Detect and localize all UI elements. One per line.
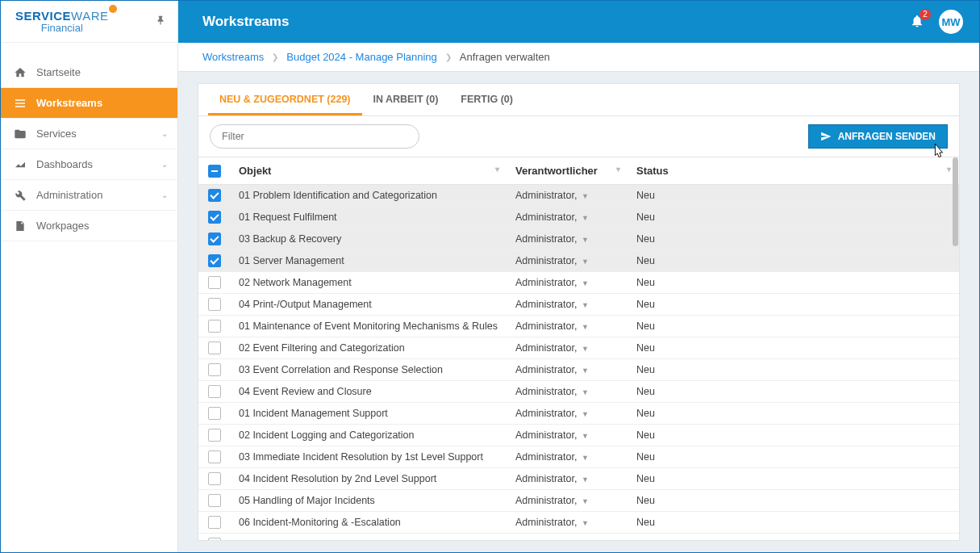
cell-verantwortlicher[interactable]: Administrator, ▼ (507, 337, 628, 358)
cell-verantwortlicher[interactable]: Administrator, ▼ (507, 271, 628, 293)
breadcrumb-link[interactable]: Workstreams (202, 51, 264, 63)
cell-objekt: 06 Incident-Monitoring & -Escalation (231, 511, 507, 533)
table-row[interactable]: 04 Incident Resolution by 2nd Level Supp… (198, 467, 959, 489)
row-checkbox[interactable] (208, 494, 221, 507)
list-icon (14, 97, 33, 110)
caret-down-icon: ▼ (582, 519, 589, 527)
table-row[interactable]: 03 Backup & RecoveryAdministrator, ▼Neu (198, 228, 959, 249)
cell-objekt: 04 Incident Resolution by 2nd Level Supp… (231, 467, 507, 489)
tab[interactable]: IN ARBEIT (0) (362, 84, 450, 115)
cell-verantwortlicher[interactable]: Administrator, ▼ (507, 293, 628, 315)
cell-status: Neu (628, 337, 959, 358)
avatar[interactable]: MW (939, 10, 963, 34)
cell-verantwortlicher[interactable]: Administrator, ▼ (507, 533, 628, 540)
cell-status: Neu (628, 184, 959, 206)
cell-verantwortlicher[interactable]: Administrator, ▼ (507, 467, 628, 489)
cell-verantwortlicher[interactable]: Administrator, ▼ (507, 358, 628, 380)
sidebar-item-label: Services (36, 128, 77, 140)
filter-icon[interactable]: ▾ (947, 165, 951, 174)
filter-input[interactable] (210, 124, 419, 149)
row-checkbox[interactable] (208, 276, 221, 289)
row-checkbox[interactable] (208, 254, 221, 267)
cell-verantwortlicher[interactable]: Administrator, ▼ (507, 315, 628, 337)
header-checkbox[interactable] (208, 165, 221, 178)
tab[interactable]: FERTIG (0) (449, 84, 524, 115)
requests-table: Objekt ▾ Verantwortlicher ▾ Status ▾ (198, 157, 959, 540)
sidebar-item-startseite[interactable]: Startseite (1, 57, 177, 88)
row-checkbox[interactable] (208, 472, 221, 485)
logo-brand-light: WARE (71, 9, 108, 23)
row-checkbox[interactable] (208, 211, 221, 224)
sidebar-item-administration[interactable]: Administration⌄ (1, 180, 177, 211)
row-checkbox[interactable] (208, 189, 221, 202)
tab[interactable]: NEU & ZUGEORDNET (229) (208, 84, 362, 115)
cell-verantwortlicher[interactable]: Administrator, ▼ (507, 228, 628, 249)
cell-verantwortlicher[interactable]: Administrator, ▼ (507, 206, 628, 228)
row-checkbox[interactable] (208, 407, 221, 420)
column-header-objekt[interactable]: Objekt ▾ (231, 157, 507, 184)
breadcrumb-link[interactable]: Budget 2024 - Manage Planning (286, 51, 436, 63)
cell-objekt: 02 Incident Logging and Categorization (231, 424, 507, 446)
table-row[interactable]: 02 Incident Logging and CategorizationAd… (198, 424, 959, 446)
cell-status: Neu (628, 293, 959, 315)
column-header-status[interactable]: Status ▾ (628, 157, 959, 184)
cell-verantwortlicher[interactable]: Administrator, ▼ (507, 184, 628, 206)
table-row[interactable]: 07 Incident Closure & -EvaluationAdminis… (198, 533, 959, 540)
cell-status: Neu (628, 446, 959, 467)
column-label: Status (636, 165, 669, 177)
cell-objekt: 01 Maintenance of Event Monitoring Mecha… (231, 315, 507, 337)
cell-verantwortlicher[interactable]: Administrator, ▼ (507, 489, 628, 511)
cell-objekt: 04 Event Review and Closure (231, 380, 507, 402)
row-checkbox[interactable] (208, 516, 221, 529)
cell-verantwortlicher[interactable]: Administrator, ▼ (507, 249, 628, 271)
table-row[interactable]: 02 Event Filtering and CategorizationAdm… (198, 337, 959, 358)
row-checkbox[interactable] (208, 341, 221, 354)
notifications-button[interactable]: 2 (910, 14, 924, 31)
caret-down-icon: ▼ (582, 497, 589, 505)
sidebar: SERVICEWARE Financial StartseiteWorkstre… (1, 1, 178, 552)
cell-verantwortlicher[interactable]: Administrator, ▼ (507, 511, 628, 533)
caret-down-icon: ▼ (582, 345, 589, 353)
table-row[interactable]: 01 Incident Management SupportAdministra… (198, 402, 959, 424)
row-checkbox[interactable] (208, 385, 221, 398)
sidebar-item-label: Startseite (36, 66, 81, 78)
cell-verantwortlicher[interactable]: Administrator, ▼ (507, 424, 628, 446)
caret-down-icon: ▼ (582, 236, 589, 244)
table-row[interactable]: 01 Request FulfilmentAdministrator, ▼Neu (198, 206, 959, 228)
scrollbar-thumb[interactable] (953, 157, 958, 246)
sidebar-item-workpages[interactable]: Workpages (1, 211, 177, 241)
cell-objekt: 03 Event Correlation and Response Select… (231, 358, 507, 380)
table-row[interactable]: 04 Print-/Output ManagementAdministrator… (198, 293, 959, 315)
row-checkbox[interactable] (208, 429, 221, 442)
table-row[interactable]: 01 Maintenance of Event Monitoring Mecha… (198, 315, 959, 337)
cell-verantwortlicher[interactable]: Administrator, ▼ (507, 380, 628, 402)
row-checkbox[interactable] (208, 233, 221, 245)
table-row[interactable]: 05 Handling of Major IncidentsAdministra… (198, 489, 959, 511)
table-row[interactable]: 06 Incident-Monitoring & -EscalationAdmi… (198, 511, 959, 533)
table-row[interactable]: 02 Network ManagementAdministrator, ▼Neu (198, 271, 959, 293)
table-row[interactable]: 01 Server ManagementAdministrator, ▼Neu (198, 249, 959, 271)
filter-icon[interactable]: ▾ (495, 165, 499, 174)
cell-status: Neu (628, 402, 959, 424)
sidebar-item-services[interactable]: Services⌄ (1, 119, 177, 149)
row-checkbox[interactable] (208, 538, 221, 540)
caret-down-icon: ▼ (582, 475, 589, 484)
cell-verantwortlicher[interactable]: Administrator, ▼ (507, 446, 628, 467)
cell-objekt: 03 Immediate Incident Resolution by 1st … (231, 446, 507, 467)
send-requests-button[interactable]: ANFRAGEN SENDEN (808, 124, 948, 149)
row-checkbox[interactable] (208, 298, 221, 311)
table-row[interactable]: 01 Problem Identification and Categoriza… (198, 184, 959, 206)
row-checkbox[interactable] (208, 363, 221, 376)
table-row[interactable]: 03 Immediate Incident Resolution by 1st … (198, 446, 959, 467)
row-checkbox[interactable] (208, 450, 221, 463)
table-row[interactable]: 04 Event Review and ClosureAdministrator… (198, 380, 959, 402)
cell-status: Neu (628, 271, 959, 293)
sidebar-item-dashboards[interactable]: Dashboards⌄ (1, 149, 177, 180)
column-header-verantwortlicher[interactable]: Verantwortlicher ▾ (507, 157, 628, 184)
cell-verantwortlicher[interactable]: Administrator, ▼ (507, 402, 628, 424)
sidebar-item-workstreams[interactable]: Workstreams (1, 88, 177, 119)
pin-icon[interactable] (155, 15, 166, 28)
filter-icon[interactable]: ▾ (616, 165, 620, 174)
table-row[interactable]: 03 Event Correlation and Response Select… (198, 358, 959, 380)
row-checkbox[interactable] (208, 320, 221, 333)
